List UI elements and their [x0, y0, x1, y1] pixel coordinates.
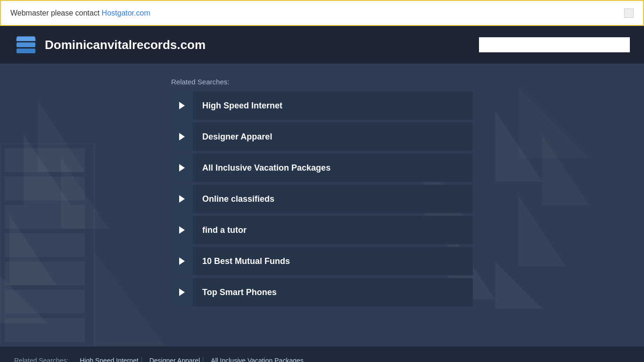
- svg-marker-6: [519, 196, 566, 266]
- triangle-6: [179, 257, 185, 265]
- triangle-7: [179, 288, 185, 296]
- footer-link-2[interactable]: Designer Apparel: [147, 357, 203, 362]
- search-item-label-7: Top Smart Phones: [193, 278, 286, 306]
- arrow-icon-5: [171, 216, 193, 244]
- svg-rect-15: [5, 177, 85, 200]
- svg-rect-14: [5, 148, 85, 172]
- svg-rect-18: [5, 262, 85, 285]
- footer-bar: Related Searches: High Speed Internet De…: [0, 346, 644, 362]
- search-item-label-4: Online classifieds: [193, 185, 284, 213]
- search-item-1[interactable]: High Speed Internet: [171, 91, 473, 120]
- svg-marker-9: [495, 262, 542, 309]
- svg-marker-2: [9, 214, 57, 285]
- footer-link-3[interactable]: All Inclusive Vacation Packages: [208, 357, 306, 362]
- header: Dominicanvitalrecords.com: [0, 26, 644, 64]
- related-searches-container: Related Searches: High Speed Internet De…: [162, 78, 482, 306]
- svg-marker-12: [519, 87, 589, 158]
- svg-marker-4: [0, 276, 47, 323]
- hostgator-link[interactable]: Hostgator.com: [102, 9, 150, 17]
- svg-marker-5: [495, 111, 542, 181]
- svg-rect-16: [5, 205, 85, 229]
- notification-prefix: Webmaster please contact: [10, 9, 102, 17]
- triangle-5: [179, 226, 185, 234]
- logo-layer-3: [17, 49, 35, 53]
- svg-marker-11: [94, 252, 165, 346]
- footer-link-1[interactable]: High Speed Internet: [77, 357, 142, 362]
- notification-text: Webmaster please contact Hostgator.com: [10, 9, 150, 17]
- header-left: Dominicanvitalrecords.com: [14, 33, 206, 57]
- search-item-3[interactable]: All Inclusive Vacation Packages: [171, 154, 473, 182]
- svg-rect-20: [5, 318, 85, 342]
- footer-related-label: Related Searches:: [14, 357, 68, 362]
- arrow-icon-7: [171, 278, 193, 306]
- svg-rect-13: [0, 144, 94, 346]
- triangle-4: [179, 195, 185, 203]
- site-title: Dominicanvitalrecords.com: [45, 38, 206, 52]
- search-item-2[interactable]: Designer Apparel: [171, 123, 473, 151]
- arrow-icon-3: [171, 154, 193, 182]
- arrow-icon-4: [171, 185, 193, 213]
- logo-layer-2: [17, 42, 35, 47]
- search-item-label-1: High Speed Internet: [193, 91, 292, 120]
- search-item-label-6: 10 Best Mutual Funds: [193, 247, 299, 275]
- svg-rect-19: [5, 290, 85, 313]
- search-item-7[interactable]: Top Smart Phones: [171, 278, 473, 306]
- search-item-label-2: Designer Apparel: [193, 123, 281, 151]
- notification-bar: Webmaster please contact Hostgator.com: [0, 0, 644, 26]
- search-item-5[interactable]: find a tutor: [171, 216, 473, 244]
- triangle-3: [179, 164, 185, 172]
- svg-rect-17: [5, 233, 85, 257]
- logo-icon: [14, 33, 38, 57]
- notification-image: [624, 8, 634, 18]
- svg-marker-0: [24, 134, 71, 205]
- search-item-label-3: All Inclusive Vacation Packages: [193, 154, 340, 182]
- related-searches-title: Related Searches:: [171, 78, 473, 86]
- search-input[interactable]: [479, 37, 630, 52]
- search-item-6[interactable]: 10 Best Mutual Funds: [171, 247, 473, 275]
- arrow-icon-1: [171, 91, 193, 120]
- search-item-label-5: find a tutor: [193, 216, 256, 244]
- triangle-1: [179, 102, 185, 109]
- main-content: Related Searches: High Speed Internet De…: [0, 64, 644, 346]
- triangle-2: [179, 133, 185, 140]
- svg-marker-1: [38, 101, 85, 172]
- svg-marker-8: [542, 134, 589, 205]
- logo-layer-1: [16, 36, 36, 41]
- search-item-4[interactable]: Online classifieds: [171, 185, 473, 213]
- arrow-icon-6: [171, 247, 193, 275]
- svg-marker-3: [61, 158, 108, 229]
- arrow-icon-2: [171, 123, 193, 151]
